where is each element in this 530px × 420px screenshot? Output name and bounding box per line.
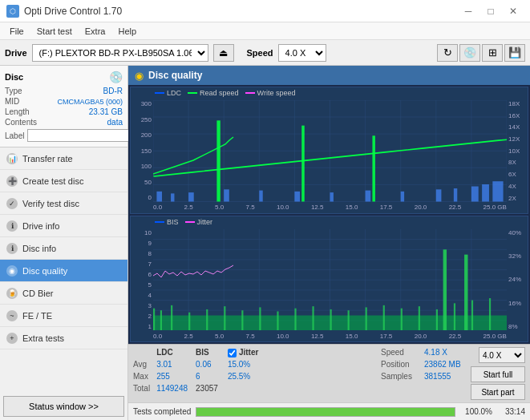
progress-bar-fill: [196, 408, 455, 416]
cd-bier-icon: 🍺: [6, 288, 18, 299]
main-area: Disc 💿 Type BD-R MID CMCMAGBA5 (000) Len…: [0, 66, 530, 420]
label-input[interactable]: [27, 129, 134, 142]
sidebar-item-drive-info[interactable]: ℹ Drive info: [0, 215, 127, 237]
svg-rect-59: [206, 309, 208, 330]
nav-label-create-test-disc: Create test disc: [22, 176, 83, 186]
bis-yaxis-left: 10 9 8 7 6 5 4 3 2 1: [131, 229, 153, 331]
svg-rect-74: [471, 300, 473, 330]
svg-rect-67: [348, 310, 350, 330]
create-test-disc-icon: ➕: [6, 176, 18, 187]
nav-label-fe-te: FE / TE: [22, 311, 52, 321]
save-icon-btn[interactable]: 💾: [504, 44, 525, 62]
bis-col: BIS 0.06 6 23057: [196, 347, 218, 394]
read-speed-legend-label: Read speed: [200, 89, 239, 97]
layers-icon-btn[interactable]: ⊞: [482, 44, 503, 62]
speed-label: Speed: [247, 48, 273, 58]
drive-info-icon: ℹ: [6, 220, 18, 232]
menu-file[interactable]: File: [3, 25, 30, 38]
drive-select[interactable]: (F:) PLEXTOR BD-R PX-LB950SA 1.06: [32, 44, 208, 62]
sidebar-item-create-test-disc[interactable]: ➕ Create test disc: [0, 170, 127, 192]
ldc-yaxis-left: 300 250 200 150 100 50 0: [131, 100, 153, 202]
bis-legend-color: [155, 221, 164, 223]
eject-button[interactable]: ⏏: [213, 44, 234, 62]
start-buttons-area: 4.0 X Start full Start part: [471, 347, 525, 400]
speed-select[interactable]: 4.0 X1.0 X2.0 X8.0 X: [278, 44, 326, 62]
svg-rect-69: [383, 305, 385, 330]
bis-yaxis-right: 40% 32% 24% 16% 8%: [507, 229, 528, 331]
bis-chart: BIS Jitter 10 9 8 7 6 5 4 3: [130, 216, 528, 343]
write-speed-legend-color: [245, 92, 255, 94]
mid-val: CMCMAGBA5 (000): [57, 98, 123, 106]
menu-help[interactable]: Help: [111, 25, 143, 38]
sidebar-item-extra-tests[interactable]: + Extra tests: [0, 327, 127, 349]
read-speed-legend-item: Read speed: [188, 89, 239, 97]
sidebar-item-cd-bier[interactable]: 🍺 CD Bier: [0, 282, 127, 305]
mid-key: MID: [5, 97, 19, 106]
svg-rect-73: [454, 303, 455, 330]
disc-icon-btn[interactable]: 💿: [459, 44, 480, 62]
contents-key: Contents: [5, 118, 37, 127]
svg-rect-66: [330, 309, 332, 330]
charts-container: LDC Read speed Write speed 300 250 200: [128, 85, 530, 344]
svg-rect-76: [443, 249, 447, 330]
max-ldc: 255: [156, 371, 188, 382]
svg-rect-58: [188, 312, 190, 330]
menu-extra[interactable]: Extra: [79, 25, 112, 38]
length-key: Length: [5, 107, 30, 116]
avg-jitter: 15.0%: [228, 359, 258, 370]
svg-rect-31: [454, 188, 457, 201]
start-full-button[interactable]: Start full: [471, 366, 525, 382]
transfer-rate-icon: 📊: [6, 153, 18, 164]
start-part-button[interactable]: Start part: [471, 384, 525, 400]
progress-time: 33:14: [497, 407, 525, 416]
maximize-button[interactable]: □: [480, 3, 501, 19]
svg-rect-29: [401, 192, 404, 202]
menu-start-test[interactable]: Start test: [30, 25, 79, 38]
avg-label: Avg: [133, 359, 150, 370]
bis-legend-label: BIS: [167, 218, 179, 226]
ldc-legend-label: LDC: [167, 89, 181, 97]
disc-info-icon: ℹ: [6, 243, 18, 254]
jitter-checkbox[interactable]: [228, 349, 237, 357]
max-label: Max: [133, 371, 150, 382]
disc-section-title: Disc: [5, 72, 23, 82]
sidebar-item-disc-info[interactable]: ℹ Disc info: [0, 237, 127, 260]
minimize-button[interactable]: ─: [458, 3, 479, 19]
sidebar-item-transfer-rate[interactable]: 📊 Transfer rate: [0, 147, 127, 170]
progress-label: Tests completed: [133, 407, 191, 416]
svg-rect-34: [492, 181, 503, 201]
verify-test-disc-icon: ✓: [6, 198, 18, 209]
disc-panel: Disc 💿 Type BD-R MID CMCMAGBA5 (000) Len…: [0, 66, 127, 147]
nav-label-disc-quality: Disc quality: [22, 266, 67, 276]
close-button[interactable]: ✕: [503, 3, 524, 19]
total-label: Total: [133, 383, 150, 394]
drive-label: Drive: [5, 48, 27, 58]
status-window-button[interactable]: Status window >>: [3, 396, 124, 417]
svg-rect-77: [464, 254, 467, 330]
svg-rect-61: [241, 310, 243, 330]
refresh-icon-btn[interactable]: ↻: [437, 44, 458, 62]
quality-header-icon: ◉: [135, 70, 144, 82]
sidebar-item-verify-test-disc[interactable]: ✓ Verify test disc: [0, 192, 127, 215]
bis-xaxis: 0.0 2.5 5.0 7.5 10.0 12.5 15.0 17.5 20.0…: [153, 330, 507, 341]
svg-rect-71: [419, 306, 420, 330]
content-area: ◉ Disc quality LDC Read speed: [128, 66, 530, 420]
drivebar: Drive (F:) PLEXTOR BD-R PX-LB950SA 1.06 …: [0, 40, 530, 66]
extra-tests-icon: +: [6, 333, 18, 344]
speed-target-select[interactable]: 4.0 X: [479, 347, 525, 363]
speed-stat-val: 4.18 X: [424, 347, 464, 358]
sidebar-item-disc-quality[interactable]: ◉ Disc quality: [0, 260, 127, 282]
svg-rect-21: [216, 120, 220, 201]
svg-rect-65: [312, 306, 314, 330]
ldc-xaxis: 0.0 2.5 5.0 7.5 10.0 12.5 15.0 17.5 20.0…: [153, 202, 507, 213]
svg-rect-63: [277, 311, 278, 330]
samples-label: Samples: [381, 371, 421, 382]
write-speed-legend-item: Write speed: [245, 89, 296, 97]
jitter-legend-item: Jitter: [185, 218, 213, 226]
menubar: File Start test Extra Help: [0, 22, 530, 40]
svg-rect-20: [188, 192, 194, 201]
svg-rect-18: [156, 192, 162, 202]
avg-bis: 0.06: [196, 359, 218, 370]
sidebar-item-fe-te[interactable]: ~ FE / TE: [0, 305, 127, 327]
svg-rect-23: [259, 191, 262, 202]
